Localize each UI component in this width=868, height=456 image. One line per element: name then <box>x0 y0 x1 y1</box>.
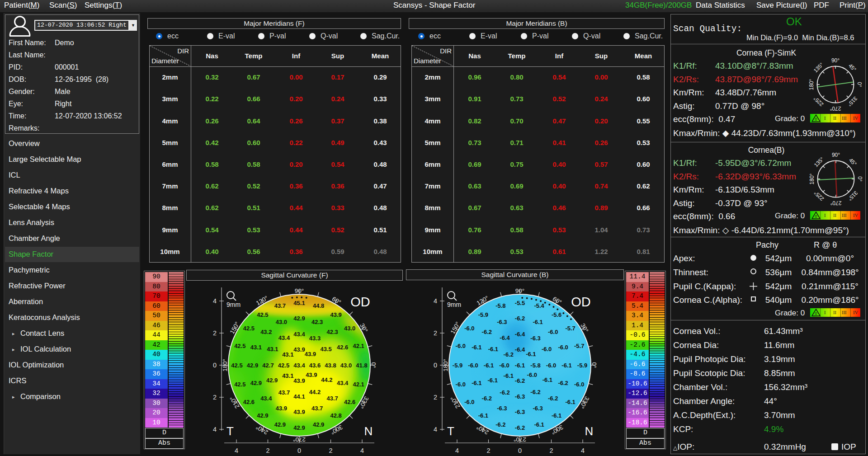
svg-text:-6.0: -6.0 <box>558 344 568 351</box>
svg-text:-6.2: -6.2 <box>482 395 492 402</box>
svg-text:-6.1: -6.1 <box>487 377 497 384</box>
svg-text:42.7: 42.7 <box>262 362 274 369</box>
svg-text:43.9: 43.9 <box>293 409 305 415</box>
svg-text:43.0: 43.0 <box>340 362 352 369</box>
svg-text:0: 0 <box>213 362 217 369</box>
svg-text:0: 0 <box>815 214 817 219</box>
svg-text:-5.9: -5.9 <box>453 362 462 369</box>
svg-text:N: N <box>364 424 373 438</box>
svg-text:42.5: 42.5 <box>243 325 255 332</box>
svg-text:42.5: 42.5 <box>278 362 289 369</box>
svg-text:0°: 0° <box>591 362 598 368</box>
svg-text:4: 4 <box>434 426 437 433</box>
svg-text:-6.1: -6.1 <box>552 412 561 419</box>
svg-text:-6.1: -6.1 <box>526 351 536 357</box>
svg-text:-6.1: -6.1 <box>565 399 575 405</box>
svg-text:90°: 90° <box>515 287 524 294</box>
svg-text:-5.6: -5.6 <box>552 311 561 318</box>
svg-text:-6.0: -6.0 <box>542 346 552 353</box>
svg-text:-6.1: -6.1 <box>488 346 498 353</box>
svg-text:-6.1: -6.1 <box>478 412 488 419</box>
svg-text:-6.0: -6.0 <box>464 399 474 405</box>
svg-text:2: 2 <box>486 447 490 454</box>
svg-text:44.8: 44.8 <box>313 302 324 309</box>
svg-text:-6.0: -6.0 <box>456 343 466 349</box>
svg-text:-6.4: -6.4 <box>515 331 525 338</box>
svg-text:270°: 270° <box>293 436 306 443</box>
svg-text:44.2: 44.2 <box>321 376 332 383</box>
svg-text:43.2: 43.2 <box>260 329 272 335</box>
svg-text:43.4: 43.4 <box>260 395 272 402</box>
svg-text:4: 4 <box>581 447 585 454</box>
svg-text:42.9: 42.9 <box>293 424 305 431</box>
svg-text:43.1: 43.1 <box>267 346 278 353</box>
svg-text:-6.2: -6.2 <box>495 421 505 428</box>
svg-text:270°: 270° <box>514 436 526 443</box>
svg-text:0: 0 <box>815 311 817 316</box>
svg-text:2: 2 <box>434 394 437 401</box>
svg-text:-6.1: -6.1 <box>504 372 514 379</box>
svg-text:43.7: 43.7 <box>327 395 338 402</box>
svg-text:2: 2 <box>549 447 553 454</box>
svg-text:42.9: 42.9 <box>250 380 262 386</box>
svg-text:-6.3: -6.3 <box>533 405 542 412</box>
svg-text:43.4: 43.4 <box>278 334 290 341</box>
svg-text:-6.3: -6.3 <box>497 319 507 325</box>
svg-text:43.6: 43.6 <box>309 362 321 369</box>
svg-text:-6.1: -6.1 <box>534 421 544 428</box>
svg-text:43.7: 43.7 <box>278 389 290 396</box>
svg-text:43.9: 43.9 <box>330 311 341 318</box>
svg-text:-6.4: -6.4 <box>500 334 510 341</box>
svg-text:43.4: 43.4 <box>293 331 305 338</box>
svg-text:-6.3: -6.3 <box>515 393 525 400</box>
svg-text:-6.2: -6.2 <box>548 395 558 402</box>
svg-text:0°: 0° <box>370 362 377 368</box>
svg-text:43.0: 43.0 <box>344 325 355 332</box>
svg-text:43.9: 43.9 <box>306 371 317 378</box>
svg-text:45.1: 45.1 <box>293 300 305 306</box>
svg-text:180°: 180° <box>442 359 449 371</box>
svg-text:180°: 180° <box>809 173 815 184</box>
svg-text:N: N <box>585 424 594 438</box>
svg-text:270°: 270° <box>830 105 841 112</box>
svg-text:0: 0 <box>434 362 437 369</box>
svg-text:43.1: 43.1 <box>282 372 293 379</box>
svg-text:43.9: 43.9 <box>305 351 316 357</box>
svg-text:9mm: 9mm <box>447 301 461 308</box>
svg-text:-6.1: -6.1 <box>542 376 552 383</box>
svg-text:-6.2: -6.2 <box>515 377 525 384</box>
svg-text:-6.0: -6.0 <box>499 362 509 369</box>
svg-text:-6.2: -6.2 <box>482 329 492 335</box>
svg-text:45°: 45° <box>847 62 858 73</box>
svg-text:2: 2 <box>434 329 437 337</box>
svg-text:43.5: 43.5 <box>320 346 331 353</box>
svg-text:0°: 0° <box>856 82 863 87</box>
svg-text:2: 2 <box>329 447 332 454</box>
svg-text:42.9: 42.9 <box>247 362 258 369</box>
svg-text:42.9: 42.9 <box>313 421 324 428</box>
svg-text:-6.1: -6.1 <box>472 344 481 351</box>
svg-text:42.9: 42.9 <box>266 377 278 384</box>
svg-text:-6.0: -6.0 <box>546 362 556 369</box>
svg-text:-5.4: -5.4 <box>534 302 544 309</box>
svg-text:43.1: 43.1 <box>282 351 293 358</box>
svg-text:4: 4 <box>213 297 217 305</box>
svg-text:-6.1: -6.1 <box>515 362 525 369</box>
svg-text:90°: 90° <box>831 57 840 64</box>
svg-text:43.4: 43.4 <box>337 380 349 386</box>
svg-text:270°: 270° <box>830 200 841 206</box>
svg-text:43.3: 43.3 <box>309 335 321 342</box>
svg-text:44.1: 44.1 <box>293 393 305 400</box>
svg-text:4: 4 <box>235 447 238 454</box>
svg-text:42.9: 42.9 <box>257 412 268 419</box>
svg-text:-6.2: -6.2 <box>504 351 514 358</box>
svg-text:42.6: 42.6 <box>337 344 348 351</box>
svg-text:-6.3: -6.3 <box>515 409 525 415</box>
svg-text:42.5: 42.5 <box>231 362 242 369</box>
svg-text:4: 4 <box>434 297 437 305</box>
svg-text:42.1: 42.1 <box>353 343 364 349</box>
svg-text:-5.8: -5.8 <box>530 362 540 369</box>
svg-text:-6.2: -6.2 <box>515 315 525 322</box>
svg-text:90°: 90° <box>832 152 840 158</box>
svg-text:0: 0 <box>518 447 522 454</box>
